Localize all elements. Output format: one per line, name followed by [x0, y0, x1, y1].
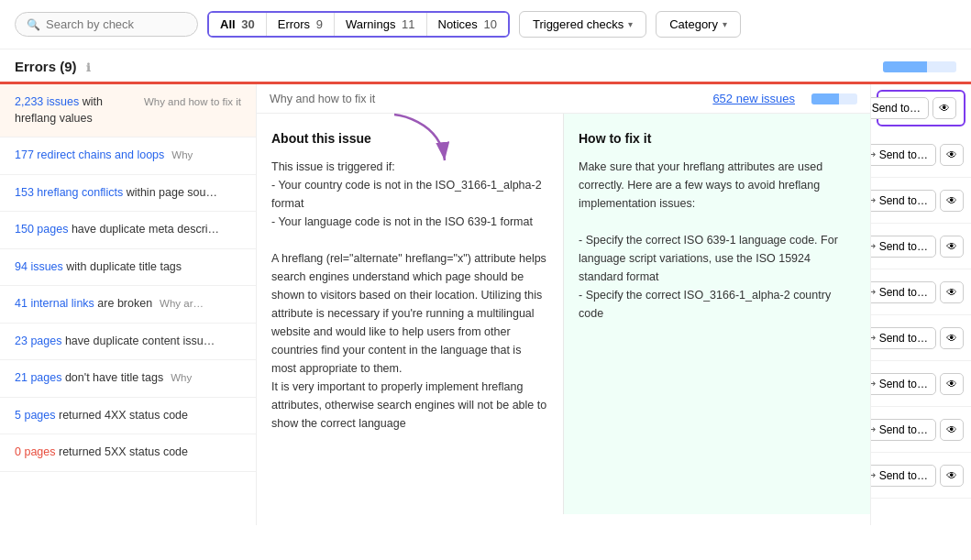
send-to-button[interactable]: ↪Send to…: [870, 327, 936, 349]
eye-icon: 👁: [946, 469, 957, 482]
search-icon: 🔍: [27, 18, 40, 31]
eye-icon: 👁: [946, 423, 957, 436]
eye-icon: 👁: [946, 378, 957, 390]
list-item[interactable]: 2,233 issues with hreflang values Why an…: [0, 84, 256, 137]
send-icon: ↪: [870, 240, 876, 252]
send-to-button[interactable]: ↪Send to…: [870, 190, 936, 212]
list-item[interactable]: 150 pages have duplicate meta descri…: [0, 212, 256, 249]
tab-warnings[interactable]: Warnings 11: [334, 13, 426, 36]
filter-tabs: All 30 Errors 9 Warnings 11 Notices 10: [207, 11, 510, 38]
eye-icon: 👁: [946, 240, 957, 253]
about-body: This issue is triggered if: - Your count…: [271, 158, 548, 433]
send-icon: ↪: [870, 332, 876, 344]
send-icon: ↪: [870, 148, 876, 160]
eye-button[interactable]: 👁: [932, 97, 956, 119]
eye-button[interactable]: 👁: [940, 190, 964, 212]
issue-link[interactable]: 5 pages: [15, 409, 55, 422]
why-link[interactable]: Why: [171, 370, 192, 385]
issue-link[interactable]: 153 hreflang conflicts: [15, 186, 123, 199]
action-row: ↪Send to… 👁: [871, 269, 971, 315]
action-row-first: ↪ Send to… 👁: [877, 90, 965, 126]
tab-notices[interactable]: Notices 10: [426, 13, 508, 36]
send-to-button[interactable]: ↪ Send to…: [870, 144, 936, 166]
section-title-area: Errors (9) ℹ: [15, 59, 91, 74]
issue-detail-area: About this issue This issue is triggered…: [257, 114, 870, 514]
chevron-down-icon: ▾: [723, 19, 727, 29]
eye-icon: 👁: [939, 102, 950, 115]
list-item[interactable]: 41 internal links are broken Why ar…: [0, 286, 256, 324]
list-item[interactable]: 21 pages don't have title tags Why: [0, 360, 256, 398]
send-icon: ↪: [870, 469, 876, 481]
howto-body: Make sure that your hreflang attributes …: [579, 158, 855, 323]
about-title: About this issue: [271, 128, 548, 148]
new-issues-bar-fill: [811, 93, 839, 104]
send-icon: ↪: [870, 423, 876, 435]
send-to-button[interactable]: ↪Send to…: [870, 281, 936, 303]
progress-bar: [883, 61, 956, 72]
why-link[interactable]: Why ar…: [160, 296, 204, 311]
send-to-button[interactable]: ↪Send to…: [870, 419, 936, 441]
issue-link[interactable]: 94 issues: [15, 260, 63, 273]
send-to-button[interactable]: ↪ Send to…: [870, 97, 929, 119]
list-item[interactable]: 177 redirect chains and loops Why: [0, 137, 256, 175]
list-item[interactable]: 5 pages returned 4XX status code: [0, 398, 256, 435]
why-fix-link[interactable]: Why and how to fix it: [270, 93, 375, 105]
send-icon: ↪: [870, 286, 876, 298]
eye-button[interactable]: 👁: [940, 373, 964, 395]
category-dropdown[interactable]: Category ▾: [656, 11, 741, 38]
tab-errors[interactable]: Errors 9: [266, 13, 334, 36]
issue-link[interactable]: 21 pages: [15, 371, 61, 384]
send-icon: ↪: [870, 194, 876, 206]
eye-button[interactable]: 👁: [940, 419, 964, 441]
list-item[interactable]: 0 pages returned 5XX status code: [0, 434, 256, 472]
issue-link[interactable]: 23 pages: [15, 335, 61, 347]
action-row: ↪Send to… 👁: [871, 178, 971, 224]
send-icon: ↪: [870, 378, 876, 390]
issue-link[interactable]: 2,233 issues: [15, 95, 79, 108]
action-panel: ↪ Send to… 👁 ↪ Send to… 👁 ↪Send to… 👁 ↪S…: [870, 84, 971, 525]
issue-list: 2,233 issues with hreflang values Why an…: [0, 84, 257, 525]
eye-button[interactable]: 👁: [940, 281, 964, 303]
action-row: ↪Send to… 👁: [871, 407, 971, 453]
why-link[interactable]: Why: [171, 148, 193, 162]
send-to-button[interactable]: ↪Send to…: [870, 236, 936, 258]
why-link[interactable]: Why and how to fix it: [144, 94, 241, 109]
eye-icon: 👁: [946, 286, 957, 299]
eye-button[interactable]: 👁: [940, 327, 964, 349]
main-content: 2,233 issues with hreflang values Why an…: [0, 84, 971, 525]
issue-link[interactable]: 150 pages: [15, 223, 68, 236]
eye-button[interactable]: 👁: [940, 144, 964, 166]
send-to-button[interactable]: ↪Send to…: [870, 465, 936, 487]
info-icon[interactable]: ℹ: [86, 61, 91, 74]
tab-all[interactable]: All 30: [209, 13, 266, 36]
search-input[interactable]: [46, 17, 174, 31]
issue-link[interactable]: 177 redirect chains and loops: [15, 148, 164, 161]
issue-link[interactable]: 0 pages: [15, 445, 55, 458]
list-item[interactable]: 94 issues with duplicate title tags: [0, 249, 256, 287]
chevron-down-icon: ▾: [628, 19, 633, 29]
eye-button[interactable]: 👁: [940, 465, 964, 487]
eye-button[interactable]: 👁: [940, 236, 964, 258]
detail-top-bar: Why and how to fix it 652 new issues: [257, 84, 870, 114]
action-row: ↪Send to… 👁: [871, 361, 971, 407]
list-item[interactable]: 153 hreflang conflicts within page sou…: [0, 175, 256, 213]
center-panel: Why and how to fix it 652 new issues Abo…: [257, 84, 870, 525]
toolbar: 🔍 All 30 Errors 9 Warnings 11 Notices 10…: [0, 0, 971, 49]
action-row: ↪ Send to… 👁: [871, 132, 971, 178]
eye-icon: 👁: [946, 148, 957, 161]
action-row: ↪Send to… 👁: [871, 224, 971, 269]
new-issues-bar: [811, 93, 857, 104]
list-item[interactable]: 23 pages have duplicate content issu…: [0, 324, 256, 361]
new-issues-link[interactable]: 652 new issues: [712, 92, 795, 105]
howto-title: How to fix it: [579, 128, 855, 148]
search-box[interactable]: 🔍: [15, 12, 198, 37]
eye-icon: 👁: [946, 194, 957, 207]
triggered-checks-dropdown[interactable]: Triggered checks ▾: [519, 11, 646, 38]
eye-icon: 👁: [946, 332, 957, 345]
action-row: ↪Send to… 👁: [871, 315, 971, 361]
progress-bar-fill: [883, 61, 927, 72]
issue-link[interactable]: 41 internal links: [15, 297, 94, 310]
howto-panel: How to fix it Make sure that your hrefla…: [564, 114, 870, 514]
section-header: Errors (9) ℹ: [0, 49, 971, 82]
send-to-button[interactable]: ↪Send to…: [870, 373, 936, 395]
